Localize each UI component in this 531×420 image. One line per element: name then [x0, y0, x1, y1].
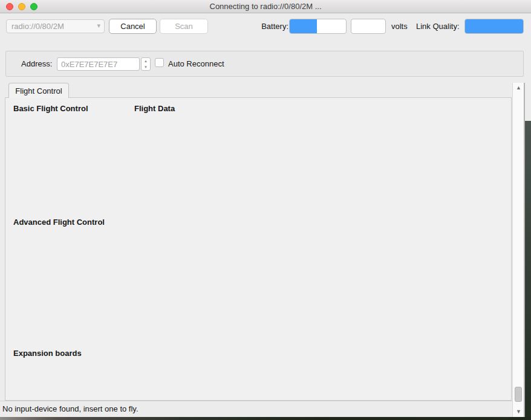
link-quality-label: Link Quality:: [416, 22, 460, 31]
advanced-flight-control-title: Advanced Flight Control: [13, 218, 105, 227]
volts-label: volts: [391, 22, 408, 31]
chevron-down-icon: ▾: [97, 22, 100, 30]
title-bar[interactable]: Connecting to radio://0/80/2M ...: [0, 0, 531, 13]
expansion-boards-title: Expansion boards: [13, 349, 82, 358]
status-message: No input-device found, insert one to fly…: [2, 404, 138, 413]
connection-uri-value: radio://0/80/2M: [11, 22, 64, 31]
scan-button[interactable]: Scan: [160, 19, 208, 34]
desktop-background: [0, 417, 531, 420]
auto-reconnect-checkbox[interactable]: [155, 58, 164, 67]
link-quality-progressbar: [464, 19, 524, 34]
window-title: Connecting to radio://0/80/2M ...: [0, 2, 531, 11]
link-quality-fill: [465, 19, 523, 33]
volts-field: [351, 19, 386, 34]
connection-panel: Address: 0xE7E7E7E7E7 ▲▼ Auto Reconnect: [5, 51, 524, 77]
desktop-background: [525, 121, 531, 420]
scroll-up-icon[interactable]: ▲: [513, 85, 524, 91]
scrollbar-thumb[interactable]: [515, 387, 522, 402]
basic-flight-control-title: Basic Flight Control: [13, 104, 88, 113]
auto-reconnect-label: Auto Reconnect: [168, 59, 224, 68]
address-input[interactable]: 0xE7E7E7E7E7: [57, 57, 140, 71]
battery-fill: [290, 19, 317, 33]
app-window: Connecting to radio://0/80/2M ... radio:…: [0, 0, 531, 420]
cancel-button[interactable]: Cancel: [109, 19, 157, 34]
tab-flight-control[interactable]: Flight Control: [8, 83, 69, 98]
address-label: Address:: [21, 59, 52, 68]
status-bar: No input-device found, insert one to fly…: [0, 401, 531, 417]
scroll-down-icon[interactable]: ▼: [513, 409, 524, 415]
battery-label: Battery:: [254, 22, 288, 31]
flight-data-title: Flight Data: [134, 104, 175, 113]
battery-progressbar: [289, 19, 347, 34]
connection-uri-select[interactable]: radio://0/80/2M ▾: [6, 19, 105, 33]
vertical-scrollbar[interactable]: ▲ ▼: [512, 83, 524, 417]
address-stepper[interactable]: ▲▼: [141, 57, 151, 71]
